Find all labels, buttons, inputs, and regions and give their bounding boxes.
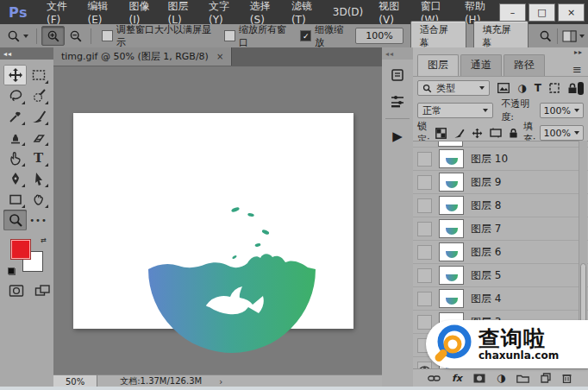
layer-thumbnail[interactable] xyxy=(439,242,464,261)
layer-mask-icon[interactable] xyxy=(473,374,485,383)
scrubby-zoom-checkbox[interactable]: ✓ xyxy=(300,30,311,41)
zoom-all-windows-checkbox[interactable] xyxy=(224,30,235,41)
lock-position-icon[interactable] xyxy=(472,128,483,139)
tab-channels[interactable]: 通道 xyxy=(460,54,502,76)
canvas[interactable] xyxy=(73,113,353,329)
lock-transparency-icon[interactable] xyxy=(435,128,447,139)
lock-pixels-icon[interactable] xyxy=(454,128,465,139)
zoom-100-button[interactable]: 100% xyxy=(355,28,403,44)
filter-toggle-icon[interactable] xyxy=(578,82,584,95)
layer-row[interactable]: 图层 6 xyxy=(413,241,588,264)
layer-row[interactable]: 图层 9 xyxy=(413,171,588,194)
menu-select[interactable]: 选择(S) xyxy=(242,0,284,24)
canvas-area[interactable] xyxy=(53,66,382,374)
tool-preset-picker[interactable] xyxy=(0,29,32,43)
visibility-toggle[interactable] xyxy=(417,175,432,190)
visibility-toggle[interactable] xyxy=(417,198,432,213)
zoom-tool[interactable] xyxy=(3,210,27,230)
hand-tool[interactable] xyxy=(27,189,50,210)
workspace-switcher[interactable] xyxy=(562,30,588,42)
visibility-toggle[interactable] xyxy=(417,152,432,167)
brush-tool[interactable] xyxy=(27,106,50,127)
menu-edit[interactable]: 编辑(E) xyxy=(80,0,122,24)
close-tab-icon[interactable]: × xyxy=(216,52,223,61)
layer-thumbnail[interactable] xyxy=(439,173,464,192)
layer-thumbnail[interactable] xyxy=(439,266,464,285)
move-tool[interactable] xyxy=(3,65,27,85)
layer-name[interactable]: 图层 5 xyxy=(471,268,501,283)
zoom-in-button[interactable] xyxy=(41,26,65,46)
menu-filter[interactable]: 滤镜(T) xyxy=(284,0,325,24)
kind-adjustment-icon[interactable]: ◑ xyxy=(517,82,526,94)
menu-image[interactable]: 图像(I) xyxy=(122,0,160,24)
layer-thumbnail[interactable] xyxy=(439,289,464,308)
eyedropper-tool[interactable] xyxy=(3,106,27,127)
default-colors-icon[interactable] xyxy=(8,267,16,275)
resize-windows-checkbox[interactable] xyxy=(102,30,113,41)
minimize-button[interactable]: – xyxy=(499,3,526,22)
layer-row[interactable]: 图层 5 xyxy=(413,264,588,287)
lock-artboard-icon[interactable] xyxy=(490,128,502,138)
fill-field[interactable]: 100% xyxy=(540,125,584,141)
adjustment-layer-icon[interactable]: ◑ xyxy=(497,372,505,384)
search-icon[interactable] xyxy=(539,29,553,43)
shape-tool[interactable] xyxy=(3,189,27,210)
kind-image-icon[interactable] xyxy=(497,83,510,93)
document-tab[interactable]: timg.gif @ 50% (图层 1, RGB/8) × xyxy=(53,47,232,66)
layer-name[interactable]: 图层 4 xyxy=(471,292,501,306)
layer-thumbnail[interactable] xyxy=(439,196,464,215)
lasso-tool[interactable] xyxy=(3,85,27,106)
kind-smart-object-icon[interactable] xyxy=(567,83,578,94)
screen-mode-icon[interactable] xyxy=(34,284,52,298)
kind-type-icon[interactable]: T xyxy=(535,82,541,94)
zoom-out-button[interactable] xyxy=(65,27,86,45)
opacity-field[interactable]: 100% xyxy=(540,103,584,118)
type-tool[interactable]: T xyxy=(27,148,50,168)
tab-layers[interactable]: 图层 xyxy=(417,54,459,76)
lock-all-icon[interactable] xyxy=(509,128,518,139)
menu-type[interactable]: 文字(Y) xyxy=(201,0,242,24)
close-button[interactable]: × xyxy=(558,3,585,22)
visibility-toggle[interactable] xyxy=(417,222,432,236)
layer-row[interactable]: 图层 7 xyxy=(413,217,588,241)
maximize-button[interactable]: □ xyxy=(529,3,555,22)
menu-view[interactable]: 视图(V) xyxy=(371,0,413,24)
actions-panel-button[interactable]: ▶ xyxy=(386,126,409,147)
blend-mode-select[interactable]: 正常 xyxy=(417,103,493,118)
swap-colors-icon[interactable]: ⇄ xyxy=(41,236,47,244)
menu-layer[interactable]: 图层(L) xyxy=(160,0,201,24)
more-tools[interactable]: ••• xyxy=(27,210,50,230)
layer-name[interactable]: 图层 10 xyxy=(471,152,508,167)
layer-thumbnail[interactable] xyxy=(439,219,464,238)
menu-file[interactable]: 文件(F) xyxy=(39,0,80,24)
layer-row[interactable]: 图层 4 xyxy=(413,287,588,311)
visibility-toggle[interactable] xyxy=(417,292,432,306)
panel-menu-icon[interactable]: ≡ xyxy=(572,63,582,76)
scrollbar-thumb[interactable] xyxy=(580,263,586,324)
properties-panel-button[interactable] xyxy=(386,91,409,111)
new-layer-icon[interactable] xyxy=(541,373,551,383)
layer-thumbnail[interactable] xyxy=(439,149,464,168)
quick-mask-icon[interactable] xyxy=(9,284,24,298)
layer-name[interactable]: 图层 9 xyxy=(471,175,501,190)
visibility-toggle[interactable] xyxy=(417,315,432,330)
tab-paths[interactable]: 路径 xyxy=(504,54,545,76)
foreground-color-swatch[interactable] xyxy=(10,239,31,260)
layer-row[interactable]: 图层 10 xyxy=(413,148,588,171)
filter-type-select[interactable]: 类型 xyxy=(417,80,490,96)
path-selection-tool[interactable] xyxy=(27,168,50,189)
eraser-tool[interactable] xyxy=(27,127,50,148)
layer-name[interactable]: 图层 6 xyxy=(471,245,501,260)
marquee-tool[interactable] xyxy=(27,65,50,85)
visibility-toggle[interactable] xyxy=(417,245,432,260)
delete-layer-icon[interactable] xyxy=(562,373,572,383)
link-layers-icon[interactable] xyxy=(428,374,441,382)
toolbar-collapse[interactable]: ◂◂ xyxy=(0,47,53,60)
pen-tool[interactable] xyxy=(3,168,27,189)
layer-row-partial[interactable] xyxy=(413,142,588,148)
history-brush-tool[interactable] xyxy=(3,148,27,168)
history-panel-button[interactable] xyxy=(386,65,409,85)
visibility-toggle[interactable] xyxy=(417,268,432,283)
layer-style-icon[interactable]: fx xyxy=(452,373,462,384)
layer-name[interactable]: 图层 7 xyxy=(471,222,501,236)
